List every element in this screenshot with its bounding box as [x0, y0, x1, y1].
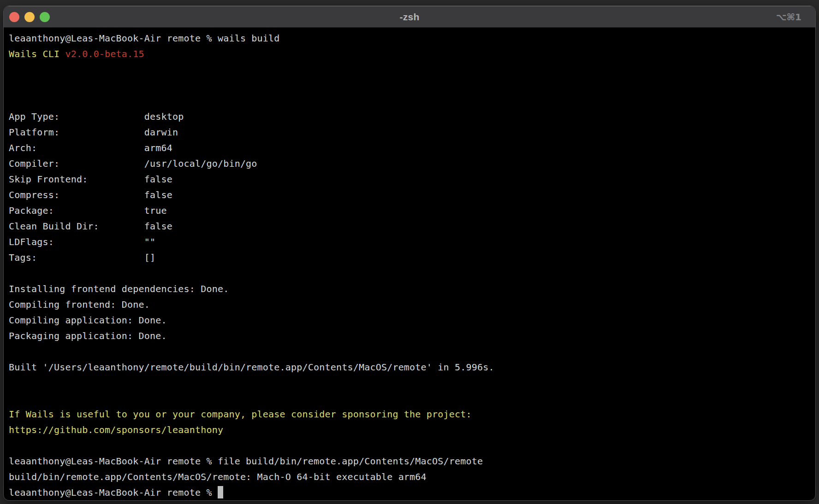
- terminal-text: LDFlags: "": [9, 236, 155, 247]
- terminal-text: Package: true: [9, 205, 167, 216]
- traffic-lights: [9, 6, 50, 27]
- terminal-text: Skip Frontend: false: [9, 174, 172, 185]
- minimize-button[interactable]: [24, 12, 35, 22]
- terminal-line-blank: [9, 344, 815, 359]
- terminal-text: Clean Build Dir: false: [9, 221, 172, 232]
- window-title: -zsh: [4, 12, 815, 23]
- terminal-text: Compiler: /usr/local/go/bin/go: [9, 158, 257, 169]
- wails-version-text: v2.0.0-beta.15: [65, 48, 144, 59]
- terminal-line-blank: [9, 62, 815, 77]
- terminal-line-file-output: build/bin/remote.app/Contents/MacOS/remo…: [9, 469, 815, 485]
- terminal-line-blank: [9, 93, 815, 109]
- sponsor-link-text: https://github.com/sponsors/leaanthony: [9, 424, 223, 435]
- terminal-text: leaanthony@Leas-MacBook-Air remote % wai…: [9, 33, 280, 44]
- terminal-line-blank: [9, 265, 815, 281]
- terminal-line-blank: [9, 391, 815, 406]
- terminal-text: If Wails is useful to you or your compan…: [9, 409, 472, 420]
- titlebar[interactable]: -zsh ⌥⌘1: [4, 6, 815, 28]
- terminal-line-installing-deps: Installing frontend dependencies: Done.: [9, 281, 815, 297]
- terminal-text: leaanthony@Leas-MacBook-Air remote % fil…: [9, 456, 483, 467]
- terminal-screen[interactable]: leaanthony@Leas-MacBook-Air remote % wai…: [4, 28, 815, 500]
- wails-cli-label: Wails CLI: [9, 48, 65, 59]
- zoom-button[interactable]: [40, 12, 50, 22]
- terminal-text: build/bin/remote.app/Contents/MacOS/remo…: [9, 471, 427, 482]
- close-button[interactable]: [9, 12, 19, 22]
- terminal-text: Compiling frontend: Done.: [9, 299, 150, 310]
- terminal-line-app-type: App Type: desktop: [9, 109, 815, 124]
- terminal-line-compiling-frontend: Compiling frontend: Done.: [9, 297, 815, 312]
- terminal-text: Packaging application: Done.: [9, 330, 167, 341]
- terminal-line-ldflags: LDFlags: "": [9, 234, 815, 250]
- terminal-line-blank: [9, 375, 815, 391]
- window-shortcut-badge: ⌥⌘1: [776, 6, 801, 27]
- terminal-line-skip-frontend: Skip Frontend: false: [9, 171, 815, 187]
- terminal-window: -zsh ⌥⌘1 leaanthony@Leas-MacBook-Air rem…: [3, 6, 816, 501]
- terminal-text: Compiling application: Done.: [9, 315, 167, 326]
- terminal-text: App Type: desktop: [9, 111, 184, 122]
- terminal-text: leaanthony@Leas-MacBook-Air remote %: [9, 487, 218, 498]
- terminal-text: Built '/Users/leaanthony/remote/build/bi…: [9, 362, 494, 373]
- terminal-line-package: Package: true: [9, 203, 815, 218]
- terminal-line-sponsor-message: If Wails is useful to you or your compan…: [9, 406, 815, 422]
- terminal-line-packaging-application: Packaging application: Done.: [9, 328, 815, 344]
- terminal-line-clean-build-dir: Clean Build Dir: false: [9, 218, 815, 234]
- terminal-line-blank: [9, 77, 815, 93]
- terminal-line-sponsor-url: https://github.com/sponsors/leaanthony: [9, 422, 815, 438]
- terminal-text: Platform: darwin: [9, 127, 178, 138]
- terminal-line-prompt-file: leaanthony@Leas-MacBook-Air remote % fil…: [9, 453, 815, 469]
- terminal-line-tags: Tags: []: [9, 250, 815, 265]
- terminal-text: Tags: []: [9, 252, 155, 263]
- terminal-text: Compress: false: [9, 189, 172, 200]
- terminal-line-compress: Compress: false: [9, 187, 815, 203]
- terminal-text: Arch: arm64: [9, 142, 172, 153]
- terminal-line-blank: [9, 438, 815, 453]
- terminal-line-prompt-current: leaanthony@Leas-MacBook-Air remote %: [9, 485, 815, 500]
- terminal-line-compiler: Compiler: /usr/local/go/bin/go: [9, 156, 815, 171]
- terminal-line-wails-version: Wails CLI v2.0.0-beta.15: [9, 46, 815, 62]
- terminal-line-arch: Arch: arm64: [9, 140, 815, 156]
- terminal-line-compiling-application: Compiling application: Done.: [9, 312, 815, 328]
- terminal-cursor: [218, 486, 223, 498]
- terminal-line-platform: Platform: darwin: [9, 124, 815, 140]
- terminal-line-prompt-build: leaanthony@Leas-MacBook-Air remote % wai…: [9, 30, 815, 46]
- terminal-text: Installing frontend dependencies: Done.: [9, 283, 229, 294]
- terminal-line-built-result: Built '/Users/leaanthony/remote/build/bi…: [9, 359, 815, 375]
